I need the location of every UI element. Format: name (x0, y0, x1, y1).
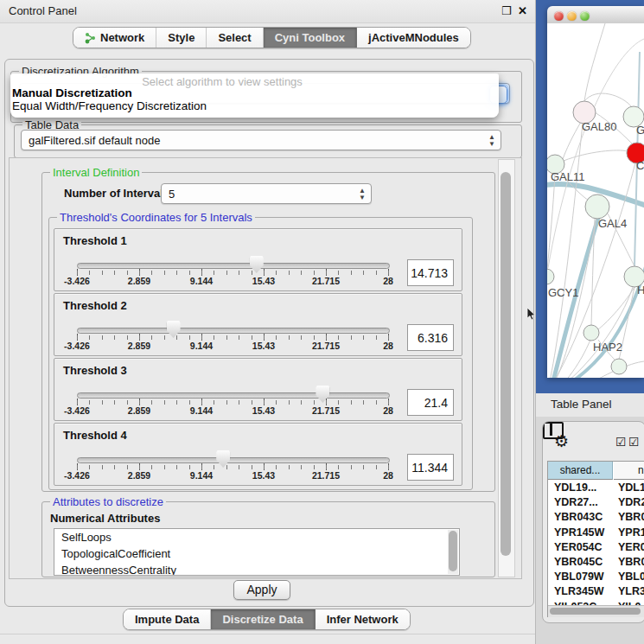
tab-infer-network[interactable]: Infer Network (316, 609, 410, 629)
slider-track[interactable] (77, 457, 390, 463)
tab-label: Impute Data (135, 613, 199, 626)
screen: Control Panel ❒ ✕ Network Style Select C… (0, 0, 644, 644)
vertical-scrollbar[interactable] (498, 159, 515, 577)
tab-discretize-data[interactable]: Discretize Data (211, 609, 315, 629)
table-data-value: galFiltered.sif default node (29, 134, 160, 147)
table-panel-title: Table Panel (551, 398, 612, 411)
apply-button[interactable]: Apply (233, 580, 290, 600)
threshold-panel: Threshold 3 -3.4262.8599.14415.4321.7152… (54, 358, 462, 421)
slider-minor-ticks (77, 465, 389, 469)
slider-track[interactable] (77, 263, 390, 269)
close-traffic-button[interactable] (554, 11, 564, 21)
number-of-intervals-combobox[interactable]: 5 ▲▼ (161, 183, 372, 204)
table-panel-titlebar: Table Panel (536, 393, 644, 418)
float-window-icon[interactable]: ❒ (501, 4, 512, 17)
list-scrollbar[interactable] (448, 530, 458, 574)
slider-track[interactable] (77, 392, 390, 399)
algorithm-dropdown-popup: Select algorithm to view settings Manual… (10, 73, 499, 118)
node-table[interactable]: shared... n YDL19...YDL1YDR27...YDR2YBR0… (547, 461, 644, 617)
tab-impute-data[interactable]: Impute Data (124, 609, 211, 629)
svg-text:H: H (637, 284, 644, 296)
tab-label: Infer Network (327, 613, 399, 626)
svg-text:HAP2: HAP2 (593, 341, 622, 354)
tab-label: Select (218, 31, 251, 44)
network-icon (85, 32, 96, 44)
dropdown-option-equal-width-frequency[interactable]: Equal Width/Frequency Discretization (12, 99, 207, 112)
thresholds-group-label: Threshold's Coordinates for 5 Intervals (57, 211, 255, 224)
svg-text:GAL80: GAL80 (582, 120, 616, 133)
threshold-value-box[interactable]: 21.4 (407, 389, 454, 416)
table-row[interactable]: YDR27...YDR2 (548, 495, 644, 510)
table-rows: YDL19...YDL1YDR27...YDR2YBR043CYBR0YPR14… (548, 481, 644, 605)
number-of-intervals-label: Number of Intervals (64, 187, 169, 200)
top-tab-bar: Network Style Select Cyni Toolbox jActiv… (73, 27, 471, 48)
threshold-value-box[interactable]: 11.344 (407, 454, 454, 481)
combo-arrows-icon[interactable]: ▲▼ (359, 188, 366, 201)
table-row[interactable]: YDL19...YDL1 (548, 481, 644, 495)
checkbox-checked-icon[interactable]: ☑ (615, 435, 627, 449)
attributes-group-label: Attributes to discretize (50, 495, 166, 508)
threshold-value-box[interactable]: 14.713 (407, 259, 454, 286)
tab-label: Network (100, 31, 144, 44)
checkbox-checked-icon[interactable]: ☑ (628, 435, 640, 449)
network-window: GAL80GACGAL11GAL4GCY1HHAP2 (547, 6, 644, 378)
table-row[interactable]: YER054CYER0 (548, 540, 644, 555)
table-data-combobox[interactable]: galFiltered.sif default node ▲▼ (21, 130, 501, 150)
network-canvas[interactable]: GAL80GACGAL11GAL4GCY1HHAP2 (547, 23, 644, 378)
panel-title: Control Panel (9, 4, 77, 17)
gear-icon[interactable]: ⚙ (554, 431, 569, 451)
numerical-attributes-list[interactable]: SelfLoopsTopologicalCoefficientBetweenne… (54, 528, 460, 576)
network-window-titlebar (547, 6, 644, 24)
minimize-traffic-button[interactable] (567, 11, 577, 21)
slider-minor-ticks (77, 271, 389, 275)
tab-network[interactable]: Network (73, 28, 156, 48)
table-row[interactable]: YLR345WYLR3 (548, 584, 644, 599)
column-header-shared-name[interactable]: shared... (548, 462, 613, 480)
scrollbar-thumb[interactable] (550, 608, 641, 615)
slider-track[interactable] (77, 328, 390, 334)
threshold-title: Threshold 4 (63, 429, 127, 442)
dropdown-option-manual-discretization[interactable]: Manual Discretization (12, 86, 132, 99)
threshold-panel: Threshold 1 -3.4262.8599.14415.4321.7152… (54, 228, 462, 291)
svg-text:GAL11: GAL11 (551, 170, 585, 183)
attribute-list-item[interactable]: SelfLoops (54, 529, 459, 545)
horizontal-scrollbar[interactable] (548, 605, 644, 617)
table-row[interactable]: YBR043CYBR0 (548, 510, 644, 525)
control-panel-titlebar: Control Panel ❒ ✕ (0, 0, 535, 23)
table-row[interactable]: YBR045CYBR0 (548, 555, 644, 570)
scrollbar-thumb[interactable] (501, 172, 511, 556)
bottom-tab-bar: Impute Data Discretize Data Infer Networ… (123, 609, 411, 630)
slider-minor-ticks (77, 400, 389, 405)
svg-text:GAL4: GAL4 (598, 217, 627, 230)
threshold-title: Threshold 2 (63, 299, 127, 312)
table-row[interactable]: YPR145WYPR1 (548, 526, 644, 540)
bottom-divider (0, 634, 535, 634)
control-panel: Control Panel ❒ ✕ Network Style Select C… (0, 0, 536, 644)
tab-label: Discretize Data (222, 613, 303, 626)
attribute-list-item[interactable]: BetweennessCentrality (54, 562, 459, 576)
tab-select[interactable]: Select (207, 28, 263, 48)
tab-label: jActiveMNodules (368, 31, 459, 44)
column-header-name[interactable]: n (614, 462, 644, 480)
attribute-list-item[interactable]: TopologicalCoefficient (54, 545, 459, 562)
tab-style[interactable]: Style (156, 28, 207, 48)
threshold-title: Threshold 3 (63, 364, 127, 377)
interval-definition-label: Interval Definition (50, 166, 142, 179)
tab-label: Cyni Toolbox (275, 31, 345, 44)
threshold-panel: Threshold 4 -3.4262.8599.14415.4321.7152… (54, 423, 462, 486)
number-of-intervals-value: 5 (169, 188, 175, 201)
close-icon[interactable]: ✕ (518, 4, 527, 17)
scrollbar-thumb[interactable] (449, 531, 457, 571)
mouse-cursor (526, 308, 537, 322)
svg-text:GCY1: GCY1 (548, 286, 578, 299)
threshold-panel: Threshold 2 -3.4262.8599.14415.4321.7152… (54, 293, 462, 356)
combo-arrows-icon[interactable]: ▲▼ (488, 134, 495, 148)
threshold-title: Threshold 1 (63, 234, 127, 247)
table-row[interactable]: YBL079WYBL0 (548, 570, 644, 584)
tab-cyni-toolbox[interactable]: Cyni Toolbox (264, 28, 357, 48)
svg-text:C: C (636, 159, 644, 172)
threshold-value-box[interactable]: 6.316 (407, 324, 454, 351)
tab-jactivemnodules[interactable]: jActiveMNodules (357, 28, 470, 48)
tab-label: Style (168, 31, 194, 44)
zoom-traffic-button[interactable] (580, 11, 590, 21)
